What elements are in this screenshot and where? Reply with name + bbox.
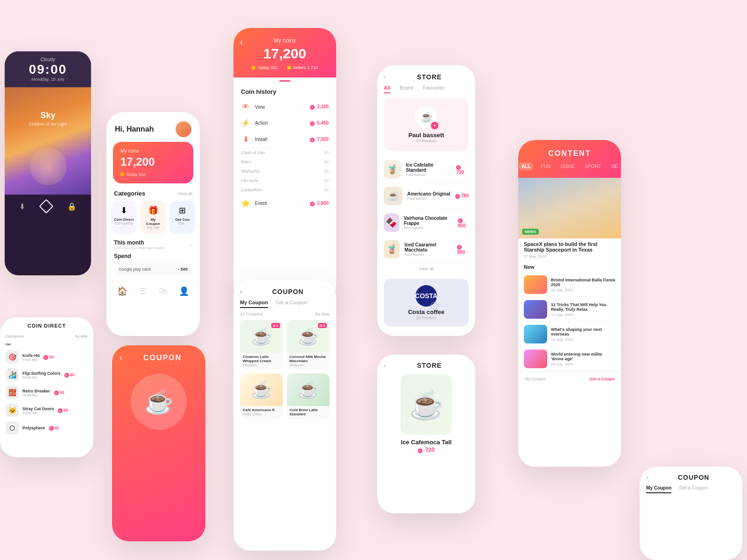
- polysphere-name: Polysphere: [22, 426, 45, 430]
- news-title: What's shaping your next overseas: [551, 327, 615, 336]
- my-coins-value: 17,200: [241, 46, 329, 62]
- list-nav-icon[interactable]: ☰: [139, 286, 147, 296]
- list-item[interactable]: 🧱 Retro Breaker Install app c50: [0, 384, 93, 401]
- phone-sky: Cloudy 09:00 Mondday, 10 July Sky Childr…: [5, 51, 91, 275]
- content-title: CONTENT: [526, 149, 613, 158]
- tab-new[interactable]: NE: [608, 162, 620, 170]
- tab-favourite[interactable]: Favourite: [423, 85, 444, 93]
- tab-sport[interactable]: SPORT: [582, 162, 604, 170]
- category-coin-direct[interactable]: ⬇ Coin Direct Earn quickly: [111, 201, 137, 234]
- coin-icon: c: [458, 218, 463, 223]
- new-section-title: New: [518, 262, 621, 273]
- sellers-value: 2,710: [307, 65, 318, 70]
- price-value: 720: [425, 447, 435, 453]
- paul-bassett-logo: ☕ ♥: [415, 105, 438, 129]
- store-featured-brand[interactable]: ☕ ♥ Paul bassett 37 Product: [384, 98, 469, 151]
- coin-dot-icon: [252, 66, 255, 70]
- coins-card[interactable]: My coins 17,200 Today 310: [113, 142, 193, 183]
- download-icon[interactable]: ⬇: [19, 202, 25, 211]
- date-display: Mondday, 10 July: [11, 77, 85, 82]
- back-icon[interactable]: ‹: [384, 361, 386, 370]
- view-label: View: [255, 105, 305, 110]
- category-get-coupon[interactable]: ⊞ Get Cou Get...: [169, 201, 195, 234]
- month-arrow-icon[interactable]: ›: [190, 241, 192, 249]
- list-item[interactable]: 🏄 Flip:Surfing Colors Install app c40: [0, 366, 93, 384]
- news-item[interactable]: 11 Tricks That Will Help You Really, Tru…: [518, 297, 621, 322]
- coupon-count: 12 Coupons: [240, 312, 263, 316]
- list-item[interactable]: ⬡ Polysphere c45: [0, 419, 93, 437]
- product-item[interactable]: 🍫 Valrhona Chocolate Frappe Paul basset …: [384, 210, 469, 236]
- product-image: 🧋: [384, 160, 401, 179]
- stray-cat-icon: 🐱: [6, 404, 19, 417]
- coupon-brand: Helbu Coffee: [240, 413, 283, 419]
- lock-icon[interactable]: 🔒: [67, 202, 77, 211]
- tab-brand[interactable]: Brand: [400, 85, 413, 93]
- tab-get-coupon[interactable]: Get a Coupon: [679, 485, 708, 493]
- home-diamond-icon[interactable]: [39, 199, 53, 213]
- tab-all[interactable]: ALL: [519, 162, 533, 170]
- list-item[interactable]: 🎯 Knife Hit Install app c50: [0, 348, 93, 366]
- event-item[interactable]: ⭐ Event c 2,800: [233, 195, 336, 211]
- tab-issue[interactable]: ISSUE: [558, 162, 578, 170]
- phone-store-top: ‹ STORE All Brand Favourite ☕ ♥ Paul bas…: [377, 65, 475, 336]
- back-icon[interactable]: ‹: [646, 473, 648, 482]
- list-item[interactable]: ⚡ Action c 5,450: [233, 115, 336, 131]
- news-date: 11 July, 2020: [551, 313, 615, 317]
- sub-item: CookieRun 40: [233, 185, 336, 195]
- costa-featured[interactable]: COSTA ♡ Costa coffee 29 Product: [384, 279, 469, 327]
- back-icon[interactable]: ‹: [120, 353, 122, 363]
- product-name: Ice Cafelatte Standard: [406, 162, 451, 173]
- footer-tab-get-coupon[interactable]: Get a Coupo: [590, 377, 615, 381]
- list-item[interactable]: 🐱 Stray Cat Doors Install app c50: [0, 401, 93, 419]
- user-avatar[interactable]: [176, 121, 191, 137]
- product-item[interactable]: 🧋 Ice Cafelatte Standard Paul basset c72…: [384, 156, 469, 183]
- footer-tab-my-coupon[interactable]: My Coupon: [525, 377, 546, 381]
- news-item[interactable]: Bristol International Balla Fiesta 2020 …: [518, 273, 621, 297]
- clash-label: Clash of clan: [241, 150, 319, 155]
- news-item[interactable]: What's shaping your next overseas 12 Jul…: [518, 322, 621, 347]
- tab-fun[interactable]: FUN: [538, 162, 553, 170]
- sky-app-subtitle: Children of the Light: [5, 122, 91, 126]
- home-nav-icon[interactable]: 🏠: [117, 286, 127, 296]
- knife-hit-sub: Install app: [22, 358, 40, 361]
- my-coins-header: ‹ My coins 17,200 Today 310 Sellers 2,71…: [233, 28, 336, 77]
- coupon-card[interactable]: D-4 ☕ Coconut Milk Mocha Macchiato Starb…: [287, 320, 330, 370]
- view-all-link[interactable]: View all: [178, 191, 192, 196]
- news-title: Bristol International Balla Fiesta 2020: [551, 278, 615, 287]
- filter-by-date[interactable]: By date: [75, 334, 88, 338]
- back-icon[interactable]: ‹: [384, 73, 386, 81]
- coupon-grid: D-1 ☕ Cinamon Latte Whipped Cream Starbu…: [233, 320, 336, 420]
- get-coupon-icon: ⊞: [172, 205, 192, 216]
- stray-cat-coin: c50: [58, 408, 68, 413]
- featured-count: 37 Product: [391, 139, 461, 143]
- install-label: Install: [255, 137, 305, 142]
- list-item[interactable]: 👁 View c 2,100: [233, 99, 336, 115]
- tab-my-coupon[interactable]: My Coupon: [240, 300, 268, 308]
- view-all-link[interactable]: View all: [377, 263, 475, 275]
- list-item[interactable]: ⬇ Install c 7,300: [233, 131, 336, 147]
- tab-get-coupon[interactable]: Get a Coupon: [275, 300, 308, 308]
- category-my-coupon[interactable]: 🎁 My Coupon Buy with: [141, 201, 166, 234]
- my-coupon-tabs: My Coupon Get a Coupon: [640, 485, 742, 497]
- sub-item: Starbucks 50: [233, 167, 336, 176]
- coupon-card[interactable]: ☕ Cafe Americano R Helbu Coffee: [240, 373, 283, 420]
- product-image: 🧋: [384, 240, 400, 259]
- coupon-card[interactable]: ☕ Cold Brew Latte Standard: [287, 373, 330, 420]
- event-icon: ⭐: [241, 199, 250, 208]
- slide-indicator: [233, 77, 336, 84]
- get-coupon-sub: Get...: [172, 222, 192, 225]
- retro-label: Retro: [241, 160, 319, 164]
- news-item[interactable]: World entering new milita 'drone age' 09…: [518, 347, 621, 371]
- user-nav-icon[interactable]: 👤: [179, 286, 189, 296]
- tab-my-coupon[interactable]: My Coupon: [646, 485, 671, 493]
- back-icon[interactable]: ‹: [240, 287, 242, 296]
- product-price: c800: [457, 244, 469, 255]
- product-item[interactable]: ☕ Americano Original Paul basset c780: [384, 183, 469, 210]
- product-item[interactable]: 🧋 Iced Caaramel Macchiato Paul basset c8…: [384, 236, 469, 263]
- bottom-navbar: 🏠 ☰ 🛍 👤: [106, 281, 200, 301]
- coupon-filter[interactable]: By date: [315, 312, 330, 316]
- bag-nav-icon[interactable]: 🛍: [159, 286, 167, 296]
- filter-categories[interactable]: Categories: [6, 334, 24, 338]
- tab-all[interactable]: All: [384, 85, 390, 93]
- coupon-card[interactable]: D-1 ☕ Cinamon Latte Whipped Cream Starbu…: [240, 320, 283, 370]
